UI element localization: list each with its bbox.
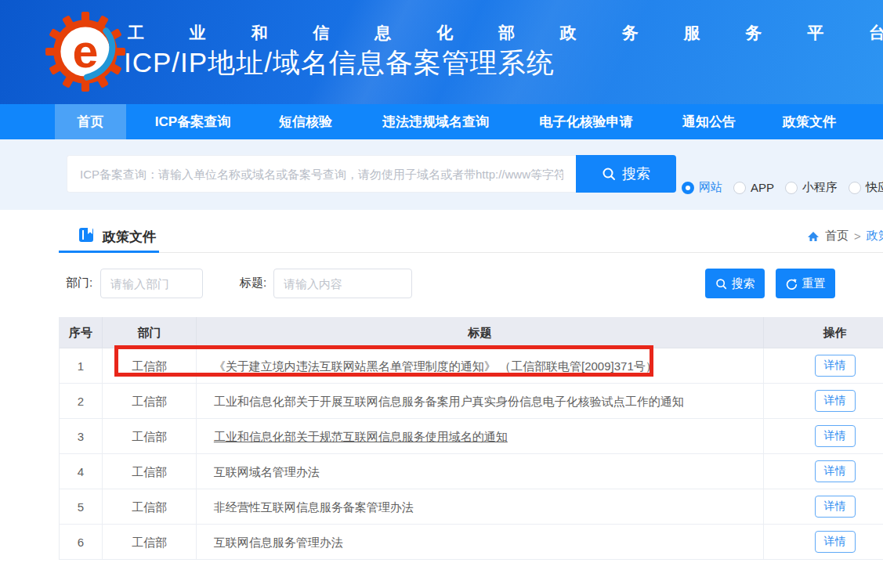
site-header: e 工 业 和 信 息 化 部 政 务 服 务 平 台 ICP/IP地址/域名信… [0, 0, 883, 104]
radio-dot-icon [849, 182, 861, 194]
search-type-radio-group: 网站 APP 小程序 快应用 [682, 180, 883, 195]
radio-app[interactable]: APP [733, 180, 774, 195]
table-row: 1 工信部 《关于建立境内违法互联网站黑名单管理制度的通知》 （工信部联电管[2… [60, 348, 883, 384]
radio-dot-icon [733, 182, 746, 194]
policy-table: 序号 部门 标题 操作 1 工信部 《关于建立境内违法互联网站黑名单管理制度的通… [59, 317, 883, 560]
nav-item-notices[interactable]: 通知公告 [682, 104, 736, 139]
cell-title[interactable]: 非经营性互联网信息服务备案管理办法 [197, 489, 764, 524]
cell-action: 详情 [764, 454, 883, 489]
ministry-banner: 工 业 和 信 息 化 部 政 务 服 务 平 台 [128, 22, 883, 44]
home-icon [807, 230, 820, 243]
search-icon [602, 167, 616, 181]
cell-title[interactable]: 工业和信息化部关于开展互联网信息服务备案用户真实身份信息电子化核验试点工作的通知 [197, 384, 764, 418]
cell-dept: 工信部 [103, 384, 197, 418]
filter-search-button[interactable]: 搜索 [705, 269, 765, 298]
breadcrumb-separator: > [854, 229, 861, 243]
detail-button[interactable]: 详情 [815, 425, 856, 447]
radio-dot-icon [785, 182, 798, 194]
cell-action: 详情 [764, 525, 883, 559]
radio-website[interactable]: 网站 [682, 180, 722, 195]
radio-quickapp[interactable]: 快应用 [849, 180, 883, 195]
cell-action: 详情 [764, 489, 883, 524]
section-title: 政策文件 [103, 228, 156, 246]
cell-title[interactable]: 《关于建立境内违法互联网站黑名单管理制度的通知》 （工信部联电管[2009]37… [197, 348, 764, 383]
nav-item-icp-query[interactable]: ICP备案查询 [155, 104, 230, 139]
nav-item-sms-verify[interactable]: 短信核验 [279, 104, 332, 139]
active-tab-underline [59, 251, 159, 253]
cell-dept: 工信部 [103, 454, 197, 489]
cell-action: 详情 [764, 384, 883, 418]
table-row: 3 工信部 工业和信息化部关于规范互联网信息服务使用域名的通知 详情 [60, 419, 883, 454]
nav-item-e-verification[interactable]: 电子化核验申请 [540, 104, 633, 139]
breadcrumb-current[interactable]: 政策文件 [867, 229, 883, 243]
main-nav: 首页 ICP备案查询 短信核验 违法违规域名查询 电子化核验申请 通知公告 政策… [0, 104, 883, 139]
search-icon [715, 278, 727, 290]
radio-dot-icon [682, 182, 694, 194]
gear-e-logo: e [45, 12, 125, 92]
reset-icon [786, 278, 798, 290]
section-divider [59, 252, 883, 253]
icp-search-button[interactable]: 搜索 [576, 155, 676, 193]
cell-no: 3 [60, 419, 103, 453]
table-header-row: 序号 部门 标题 操作 [60, 317, 883, 348]
icp-search-input[interactable] [67, 155, 576, 193]
breadcrumb: 首页 > 政策文件 [807, 229, 883, 243]
cell-no: 5 [60, 489, 103, 524]
cell-title[interactable]: 互联网域名管理办法 [197, 454, 764, 489]
dept-filter-label: 部门: [66, 276, 92, 290]
table-row: 2 工信部 工业和信息化部关于开展互联网信息服务备案用户真实身份信息电子化核验试… [60, 384, 883, 419]
filter-reset-button[interactable]: 重置 [776, 269, 835, 298]
cell-action: 详情 [764, 419, 883, 453]
cell-title[interactable]: 互联网信息服务管理办法 [197, 525, 764, 559]
cell-dept: 工信部 [103, 525, 197, 559]
dept-filter-input[interactable] [100, 269, 203, 298]
cell-dept: 工信部 [103, 348, 197, 383]
policy-book-icon [78, 227, 94, 243]
detail-button[interactable]: 详情 [815, 460, 856, 482]
table-row: 6 工信部 互联网信息服务管理办法 详情 [60, 525, 883, 560]
breadcrumb-home[interactable]: 首页 [825, 229, 849, 243]
col-header-dept: 部门 [103, 317, 197, 348]
radio-miniprogram[interactable]: 小程序 [785, 180, 838, 195]
nav-item-home[interactable]: 首页 [55, 104, 126, 139]
detail-button[interactable]: 详情 [815, 355, 856, 377]
col-header-no: 序号 [60, 317, 103, 348]
icp-beian-page: e 工 业 和 信 息 化 部 政 务 服 务 平 台 ICP/IP地址/域名信… [0, 0, 883, 588]
svg-text:e: e [73, 25, 99, 78]
table-row: 5 工信部 非经营性互联网信息服务备案管理办法 详情 [60, 489, 883, 525]
cell-no: 6 [60, 525, 103, 559]
cell-dept: 工信部 [103, 419, 197, 453]
nav-item-policy-files[interactable]: 政策文件 [783, 104, 836, 139]
cell-dept: 工信部 [103, 489, 197, 524]
icp-search-button-label: 搜索 [622, 164, 650, 183]
title-filter-label: 标题: [240, 276, 266, 290]
cell-no: 4 [60, 454, 103, 489]
icp-search-band: 搜索 网站 APP 小程序 快应用 [0, 139, 883, 210]
col-header-title: 标题 [197, 317, 764, 348]
detail-button[interactable]: 详情 [815, 531, 856, 553]
detail-button[interactable]: 详情 [815, 496, 856, 518]
cell-no: 2 [60, 384, 103, 418]
cell-no: 1 [60, 348, 103, 383]
system-title: ICP/IP地址/域名信息备案管理系统 [124, 45, 555, 81]
col-header-action: 操作 [764, 317, 883, 348]
title-filter-input[interactable] [273, 269, 412, 298]
cell-title[interactable]: 工业和信息化部关于规范互联网信息服务使用域名的通知 [197, 419, 764, 453]
table-row: 4 工信部 互联网域名管理办法 详情 [60, 454, 883, 489]
nav-item-illegal-domain-query[interactable]: 违法违规域名查询 [382, 104, 489, 139]
cell-action: 详情 [764, 348, 883, 383]
detail-button[interactable]: 详情 [815, 390, 856, 412]
